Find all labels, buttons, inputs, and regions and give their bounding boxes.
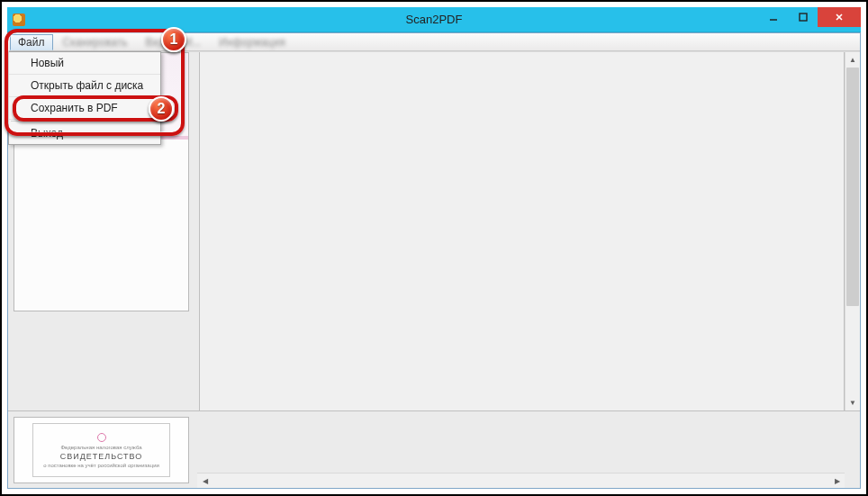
menu-scan[interactable]: Сканировать <box>55 34 136 50</box>
certificate-title: СВИДЕТЕЛЬСТВО <box>60 452 143 461</box>
scroll-right-icon[interactable]: ▶ <box>829 477 845 485</box>
annotation-badge-1: 1 <box>161 27 186 52</box>
window-title: Scan2PDF <box>406 13 463 26</box>
vertical-scrollbar[interactable]: ▲ ▼ <box>845 52 860 410</box>
scroll-track[interactable] <box>845 68 860 395</box>
file-dropdown: Новый Открыть файл с диска Сохранить в P… <box>8 51 161 145</box>
maximize-button[interactable] <box>788 7 818 27</box>
file-menu-new[interactable]: Новый <box>9 52 160 75</box>
minimize-button[interactable] <box>758 7 788 27</box>
close-icon <box>835 13 844 22</box>
file-menu-save-pdf[interactable]: Сохранить в PDF <box>9 97 160 120</box>
certificate-line1: Федеральная налоговая служба <box>60 445 141 450</box>
maximize-icon <box>799 13 808 22</box>
menu-info[interactable]: Информация <box>211 34 293 50</box>
menu-file[interactable]: Файл <box>10 34 53 50</box>
menu-separator <box>11 121 158 122</box>
window-chrome: Scan2PDF Файл Сканировать Вид М... Инфор… <box>7 7 861 489</box>
screenshot-frame: Scan2PDF Файл Сканировать Вид М... Инфор… <box>0 0 868 496</box>
horizontal-scrollbar[interactable]: ◀ ▶ <box>197 473 845 488</box>
file-menu-open[interactable]: Открыть файл с диска <box>9 75 160 97</box>
scroll-left-icon[interactable]: ◀ <box>197 477 212 485</box>
close-button[interactable] <box>818 7 861 27</box>
hscroll-track[interactable] <box>212 473 829 488</box>
certificate-preview: Федеральная налоговая служба СВИДЕТЕЛЬСТ… <box>32 423 170 477</box>
certificate-line2: о постановке на учёт российской организа… <box>43 463 159 468</box>
client-area: Файл Сканировать Вид М... Информация Нов… <box>7 32 861 489</box>
lower-pane: Федеральная налоговая служба СВИДЕТЕЛЬСТ… <box>8 410 860 488</box>
scroll-thumb[interactable] <box>846 68 859 306</box>
scroll-down-icon[interactable]: ▼ <box>845 395 860 410</box>
annotation-badge-2: 2 <box>149 96 174 122</box>
svg-rect-1 <box>800 14 807 21</box>
seal-icon <box>97 433 106 442</box>
menubar: Файл Сканировать Вид М... Информация <box>8 33 860 51</box>
app-icon <box>13 14 25 26</box>
page-thumbnail-2[interactable]: Федеральная налоговая служба СВИДЕТЕЛЬСТ… <box>14 417 189 483</box>
scroll-up-icon[interactable]: ▲ <box>845 52 860 68</box>
file-menu-exit[interactable]: Выход <box>9 122 160 144</box>
minimize-icon <box>769 13 778 22</box>
main-preview[interactable] <box>199 52 845 410</box>
window-controls <box>758 7 861 27</box>
titlebar[interactable]: Scan2PDF <box>7 7 861 32</box>
